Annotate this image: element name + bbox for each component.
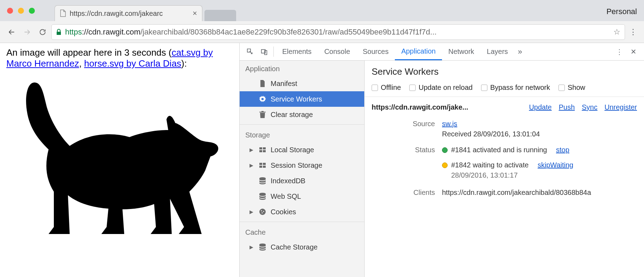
sw-skipwaiting-link[interactable]: skipWaiting: [538, 161, 574, 169]
sidebar-section-storage: Storage: [240, 127, 364, 142]
sidebar-label: Manifest: [271, 80, 297, 88]
sidebar-label: Cookies: [271, 208, 296, 216]
devtools-close-button[interactable]: ×: [626, 43, 640, 60]
tab-elements[interactable]: Elements: [276, 43, 318, 60]
sw-client-url: https://cdn.rawgit.com/jakearchibald/803…: [442, 189, 637, 197]
url-protocol: https: [65, 27, 82, 37]
trash-icon: [259, 111, 266, 118]
panel-title: Service Workers: [365, 65, 644, 82]
sidebar-item-clear-storage[interactable]: ▶ Clear storage: [240, 107, 364, 122]
file-icon: [259, 80, 266, 87]
sw-unregister-link[interactable]: Unregister: [605, 103, 637, 111]
sw-source-link[interactable]: sw.js: [442, 120, 457, 128]
forward-button[interactable]: [20, 25, 34, 39]
sw-status-1: #1841 activated and is running: [451, 146, 547, 154]
sidebar-item-session-storage[interactable]: ▶ Session Storage: [240, 158, 364, 173]
browser-toolbar: https ://cdn.rawgit.com /jakearchibald/8…: [0, 21, 644, 43]
sw-scope: https://cdn.rawgit.com/jake...: [372, 103, 468, 111]
tab-console[interactable]: Console: [318, 43, 356, 60]
sidebar-item-indexeddb[interactable]: ▶ IndexedDB: [240, 173, 364, 189]
sw-toolbar: Offline Update on reload Bypass for netw…: [365, 82, 644, 97]
more-tabs-button[interactable]: »: [514, 43, 525, 60]
update-on-reload-checkbox[interactable]: Update on reload: [409, 84, 472, 92]
svg-point-0: [259, 209, 266, 215]
sidebar-item-web-sql[interactable]: ▶ Web SQL: [240, 189, 364, 204]
svg-point-3: [261, 212, 263, 213]
page-text: An image will appear here in 3 seconds (…: [6, 47, 233, 69]
address-bar[interactable]: https ://cdn.rawgit.com /jakearchibald/8…: [51, 24, 625, 40]
sw-stop-link[interactable]: stop: [556, 146, 569, 154]
checkbox-label: Bypass for network: [490, 84, 550, 92]
tab-layers[interactable]: Layers: [480, 43, 514, 60]
status-dot-waiting-icon: [442, 162, 448, 168]
checkbox-label: Offline: [381, 84, 401, 92]
page-text-sep: ,: [79, 58, 84, 69]
gear-icon: [259, 96, 266, 103]
source-label: Source: [372, 120, 442, 138]
application-sidebar: Application ▶ Manifest ▶ Service Workers…: [240, 61, 365, 277]
devtools: Elements Console Sources Application Net…: [239, 43, 644, 277]
devtools-menu-button[interactable]: ⋮: [612, 43, 626, 60]
inspect-element-icon[interactable]: [243, 43, 257, 60]
sw-push-link[interactable]: Push: [559, 103, 575, 111]
url-host: ://cdn.rawgit.com: [82, 27, 140, 37]
sidebar-item-service-workers[interactable]: ▶ Service Workers: [240, 91, 364, 107]
reload-button[interactable]: [36, 25, 49, 39]
sidebar-item-cache-storage[interactable]: ▶ Cache Storage: [240, 239, 364, 255]
service-workers-panel: Service Workers Offline Update on reload…: [365, 61, 644, 277]
url-path: /jakearchibald/80368b84ac1ae8e229fc90b3f…: [140, 27, 437, 37]
sidebar-label: IndexedDB: [271, 177, 305, 185]
sidebar-item-local-storage[interactable]: ▶ Local Storage: [240, 142, 364, 158]
sidebar-section-cache: Cache: [240, 224, 364, 239]
profile-label[interactable]: Personal: [606, 7, 637, 16]
sidebar-section-application: Application: [240, 61, 364, 76]
database-icon: [259, 244, 266, 251]
window-zoom-button[interactable]: [29, 8, 35, 14]
browser-menu-button[interactable]: ⋮: [627, 27, 639, 37]
link-horse-svg[interactable]: horse.svg by Carla Dias: [84, 58, 181, 69]
show-all-checkbox[interactable]: Show: [558, 84, 585, 92]
tab-sources[interactable]: Sources: [356, 43, 395, 60]
database-icon: [259, 193, 266, 200]
tab-network[interactable]: Network: [442, 43, 480, 60]
database-icon: [259, 177, 266, 184]
tab-close-button[interactable]: ×: [192, 9, 197, 18]
status-label: Status: [372, 146, 442, 179]
sidebar-label: Clear storage: [271, 111, 313, 119]
window-minimize-button[interactable]: [18, 8, 24, 14]
cookie-icon: [259, 208, 266, 215]
sidebar-label: Local Storage: [271, 146, 314, 154]
bypass-for-network-checkbox[interactable]: Bypass for network: [481, 84, 550, 92]
svg-point-2: [263, 211, 264, 212]
sw-update-link[interactable]: Update: [529, 103, 552, 111]
tab-application[interactable]: Application: [395, 43, 442, 60]
file-icon: [60, 10, 66, 17]
window-controls: [7, 8, 35, 14]
sidebar-item-manifest[interactable]: ▶ Manifest: [240, 76, 364, 91]
devtools-tabbar: Elements Console Sources Application Net…: [240, 43, 644, 61]
lock-icon: [56, 29, 62, 35]
page-text-before: An image will appear here in 3 seconds (: [6, 47, 172, 58]
offline-checkbox[interactable]: Offline: [372, 84, 401, 92]
table-icon: [259, 163, 266, 168]
new-tab-button[interactable]: [204, 10, 236, 21]
tab-title: https://cdn.rawgit.com/jakearc: [70, 10, 163, 18]
clients-label: Clients: [372, 189, 442, 197]
sw-sync-link[interactable]: Sync: [582, 103, 597, 111]
browser-tab[interactable]: https://cdn.rawgit.com/jakearc ×: [55, 5, 202, 21]
checkbox-label: Update on reload: [418, 84, 472, 92]
window-close-button[interactable]: [7, 8, 13, 14]
sidebar-item-cookies[interactable]: ▶ Cookies: [240, 204, 364, 220]
bookmark-star-icon[interactable]: ☆: [613, 27, 620, 37]
sw-source-received: Received 28/09/2016, 13:01:04: [442, 130, 637, 138]
device-toolbar-icon[interactable]: [257, 43, 271, 60]
table-icon: [259, 147, 266, 152]
back-button[interactable]: [5, 25, 18, 39]
sidebar-label: Service Workers: [271, 95, 322, 103]
sw-status-2-time: 28/09/2016, 13:01:17: [451, 171, 637, 179]
webpage: An image will appear here in 3 seconds (…: [0, 43, 239, 277]
sidebar-label: Cache Storage: [271, 243, 317, 251]
svg-point-1: [261, 210, 262, 211]
sidebar-label: Web SQL: [271, 192, 301, 201]
cat-image: [6, 72, 221, 241]
